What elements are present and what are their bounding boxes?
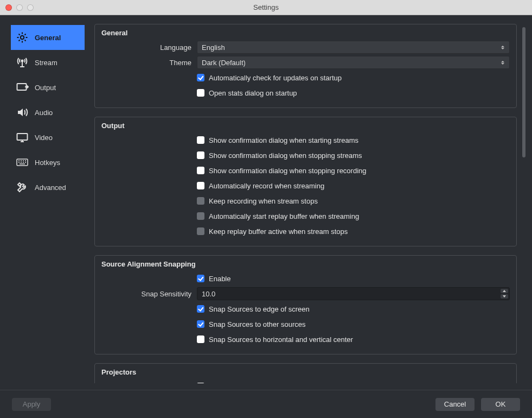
- scrollbar-thumb[interactable]: [522, 27, 525, 157]
- checkbox-icon: [197, 74, 204, 81]
- button-label: OK: [496, 400, 506, 408]
- checkbox-label: Show confirmation dialog when starting s…: [209, 136, 358, 144]
- snap-sensitivity-label: Snap Sensitivity: [101, 290, 197, 298]
- sidebar-item-audio[interactable]: Audio: [11, 100, 85, 125]
- checkbox-label: Enable: [209, 275, 230, 283]
- sidebar-item-label: Video: [35, 134, 53, 142]
- group-title: Output: [101, 122, 510, 130]
- sidebar-item-output[interactable]: Output: [11, 75, 85, 100]
- group-title: General: [101, 29, 510, 37]
- theme-select[interactable]: Dark (Default): [197, 56, 510, 69]
- snap-center-checkbox[interactable]: Snap Sources to horizontal and vertical …: [197, 333, 353, 345]
- sidebar-item-general[interactable]: General: [11, 25, 85, 50]
- snap-sensitivity-input[interactable]: 10.0: [197, 287, 510, 300]
- chevron-updown-icon: [499, 58, 506, 67]
- open-stats-checkbox[interactable]: Open stats dialog on startup: [197, 87, 297, 99]
- sidebar-item-label: Audio: [35, 109, 53, 117]
- audio-icon: [15, 105, 29, 119]
- settings-content: General Language English Theme Dark (D: [94, 24, 517, 383]
- sidebar-item-label: Output: [35, 84, 56, 92]
- checkbox-label: Show confirmation dialog when stopping s…: [209, 151, 362, 160]
- step-down-button[interactable]: [501, 294, 508, 299]
- checkbox-icon: [197, 197, 204, 205]
- snap-sensitivity-value: 10.0: [202, 290, 215, 298]
- sidebar-item-advanced[interactable]: Advanced: [11, 175, 85, 200]
- checkbox-label: Automatically check for updates on start…: [209, 74, 342, 82]
- checkbox-icon: [197, 227, 204, 235]
- confirm-stop-recording-checkbox[interactable]: Show confirmation dialog when stopping r…: [197, 164, 367, 176]
- checkbox-label: Hide cursor over projectors: [209, 383, 293, 384]
- sidebar-item-label: Advanced: [35, 183, 66, 192]
- svg-rect-3: [17, 134, 28, 140]
- theme-value: Dark (Default): [202, 59, 246, 67]
- snap-edge-checkbox[interactable]: Snap Sources to edge of screen: [197, 303, 310, 315]
- title-bar: Settings: [0, 0, 532, 15]
- language-value: English: [202, 43, 225, 52]
- auto-update-checkbox[interactable]: Automatically check for updates on start…: [197, 72, 342, 84]
- checkbox-icon: [197, 167, 204, 174]
- checkbox-icon: [197, 320, 204, 328]
- snap-enable-checkbox[interactable]: Enable: [197, 273, 230, 284]
- auto-record-checkbox[interactable]: Automatically record when streaming: [197, 180, 324, 192]
- apply-button[interactable]: Apply: [12, 398, 51, 411]
- auto-replay-buffer-checkbox[interactable]: Automatically start replay buffer when s…: [197, 210, 359, 222]
- sidebar-item-label: Hotkeys: [35, 159, 60, 167]
- confirm-start-stream-checkbox[interactable]: Show confirmation dialog when starting s…: [197, 134, 358, 146]
- hide-cursor-checkbox[interactable]: Hide cursor over projectors: [197, 381, 293, 383]
- keep-replay-buffer-checkbox[interactable]: Keep replay buffer active when stream st…: [197, 225, 348, 237]
- group-output: Output Show confirmation dialog when sta…: [94, 117, 517, 246]
- checkbox-icon: [197, 275, 204, 282]
- svg-rect-2: [17, 84, 27, 90]
- checkbox-label: Keep replay buffer active when stream st…: [209, 227, 348, 236]
- keyboard-icon: [15, 155, 29, 169]
- button-label: Cancel: [444, 400, 466, 408]
- maximize-window-button[interactable]: [27, 4, 34, 11]
- confirm-stop-stream-checkbox[interactable]: Show confirmation dialog when stopping s…: [197, 149, 362, 161]
- checkbox-icon: [197, 383, 204, 383]
- checkbox-label: Snap Sources to other sources: [209, 320, 306, 328]
- checkbox-label: Snap Sources to horizontal and vertical …: [209, 335, 353, 344]
- checkbox-label: Open stats dialog on startup: [209, 89, 297, 97]
- keep-recording-checkbox[interactable]: Keep recording when stream stops: [197, 195, 318, 207]
- cancel-button[interactable]: Cancel: [435, 398, 475, 411]
- checkbox-icon: [197, 151, 204, 159]
- sidebar-item-label: General: [35, 34, 61, 42]
- settings-sidebar: General Stream Output Audio Video: [0, 15, 85, 390]
- group-general: General Language English Theme Dark (D: [94, 24, 517, 108]
- video-icon: [15, 130, 29, 144]
- dialog-button-bar: Apply Cancel OK: [0, 390, 532, 418]
- ok-button[interactable]: OK: [481, 398, 520, 411]
- svg-point-0: [21, 36, 24, 39]
- checkbox-icon: [197, 136, 204, 144]
- checkbox-icon: [197, 182, 204, 189]
- minimize-window-button[interactable]: [16, 4, 23, 11]
- language-label: Language: [101, 43, 197, 52]
- group-title: Source Alignment Snapping: [101, 260, 510, 268]
- window-title: Settings: [0, 3, 532, 11]
- checkbox-label: Snap Sources to edge of screen: [209, 305, 310, 313]
- sidebar-item-video[interactable]: Video: [11, 125, 85, 150]
- theme-label: Theme: [101, 59, 197, 67]
- group-title: Projectors: [101, 368, 510, 376]
- checkbox-icon: [197, 305, 204, 313]
- content-scrollbar[interactable]: [522, 27, 525, 379]
- sidebar-item-stream[interactable]: Stream: [11, 50, 85, 75]
- checkbox-icon: [197, 335, 204, 343]
- language-select[interactable]: English: [197, 41, 510, 54]
- group-snapping: Source Alignment Snapping Enable Snap Se…: [94, 255, 517, 354]
- checkbox-label: Show confirmation dialog when stopping r…: [209, 167, 367, 175]
- broadcast-icon: [15, 55, 29, 69]
- checkbox-icon: [197, 212, 204, 220]
- snap-other-checkbox[interactable]: Snap Sources to other sources: [197, 318, 306, 330]
- sidebar-item-hotkeys[interactable]: Hotkeys: [11, 150, 85, 175]
- step-up-button[interactable]: [501, 289, 508, 293]
- gear-icon: [15, 30, 29, 45]
- button-label: Apply: [23, 400, 41, 408]
- tools-icon: [15, 180, 29, 194]
- close-window-button[interactable]: [5, 4, 12, 11]
- group-projectors: Projectors Hide cursor over projectors M…: [94, 363, 517, 383]
- checkbox-label: Keep recording when stream stops: [209, 197, 318, 205]
- output-icon: [15, 80, 29, 94]
- checkbox-label: Automatically record when streaming: [209, 182, 324, 190]
- checkbox-label: Automatically start replay buffer when s…: [209, 212, 359, 220]
